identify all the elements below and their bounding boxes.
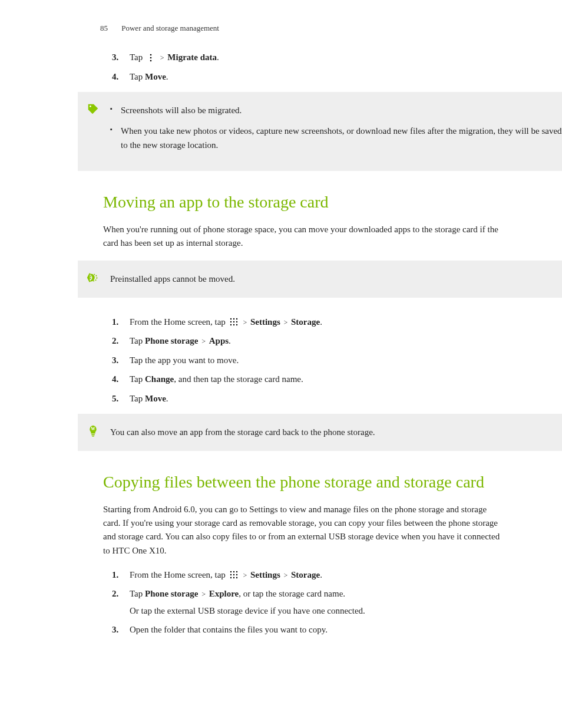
- svg-point-6: [233, 318, 234, 319]
- svg-point-17: [230, 571, 231, 572]
- section1-steps: From the Home screen, tap > Settings > S…: [103, 315, 503, 406]
- s1-step-4: Tap Change, and then tap the storage car…: [103, 373, 503, 386]
- section-name: Power and storage management: [121, 24, 219, 32]
- note-bullet-2: When you take new photos or videos, capt…: [110, 124, 562, 152]
- intro-steps: Tap > Migrate data. Tap Move.: [103, 51, 503, 83]
- svg-point-8: [230, 321, 231, 322]
- note-bullet-1: Screenshots will also be migrated.: [110, 104, 562, 117]
- svg-point-1: [150, 57, 152, 58]
- svg-point-18: [233, 571, 234, 572]
- svg-point-21: [233, 574, 234, 575]
- section-title-1: Moving an app to the storage card: [103, 192, 503, 212]
- svg-point-22: [236, 574, 237, 575]
- apps-grid-icon: [229, 570, 239, 579]
- svg-point-5: [230, 318, 231, 319]
- svg-point-23: [230, 577, 231, 578]
- s1-step-5: Tap Move.: [103, 392, 503, 406]
- svg-point-2: [150, 60, 152, 61]
- section1-intro: When you're running out of phone storage…: [103, 223, 503, 251]
- s2-step-1: From the Home screen, tap > Settings > S…: [103, 568, 503, 582]
- note-box-1: Screenshots will also be migrated. When …: [78, 92, 562, 171]
- svg-rect-15: [92, 436, 94, 437]
- tag-icon: [87, 103, 100, 116]
- svg-point-9: [233, 321, 234, 322]
- warning-icon: [87, 271, 100, 284]
- page: 85 Power and storage management Tap > Mi…: [0, 0, 562, 693]
- apps-grid-icon: [229, 317, 239, 327]
- page-header: 85 Power and storage management: [0, 24, 562, 33]
- svg-point-25: [236, 577, 237, 578]
- tip-box: W You can also move an app from the stor…: [78, 414, 562, 451]
- svg-point-11: [230, 324, 231, 325]
- svg-point-3: [90, 106, 91, 107]
- warning-text: Preinstalled apps cannot be moved.: [110, 272, 562, 286]
- step-4: Tap Move.: [103, 70, 503, 84]
- s2-step-2: Tap Phone storage > Explore, or tap the …: [103, 587, 503, 617]
- svg-point-10: [236, 321, 237, 322]
- s1-step-2: Tap Phone storage > Apps.: [103, 334, 503, 348]
- section-title-2: Copying files between the phone storage …: [103, 472, 503, 492]
- svg-rect-14: [91, 434, 95, 436]
- svg-point-7: [236, 318, 237, 319]
- s1-step-1: From the Home screen, tap > Settings > S…: [103, 315, 503, 329]
- svg-point-20: [230, 574, 231, 575]
- s2-step-3: Open the folder that contains the files …: [103, 623, 503, 637]
- section-moving-app: Moving an app to the storage card When y…: [0, 192, 562, 251]
- page-number: 85: [100, 24, 108, 32]
- svg-point-12: [233, 324, 234, 325]
- section2-steps: From the Home screen, tap > Settings > S…: [103, 568, 503, 637]
- s2-step-2-sub: Or tap the external USB storage device i…: [130, 604, 503, 618]
- s1-step-3: Tap the app you want to move.: [103, 354, 503, 367]
- svg-point-13: [236, 324, 237, 325]
- svg-text:W: W: [91, 426, 95, 431]
- more-icon: [146, 53, 156, 62]
- tip-text: You can also move an app from the storag…: [110, 426, 562, 439]
- warning-box: Preinstalled apps cannot be moved.: [78, 261, 562, 298]
- section1-steps-wrap: From the Home screen, tap > Settings > S…: [0, 315, 562, 406]
- section2-intro: Starting from Android 6.0, you can go to…: [103, 503, 503, 558]
- step-3: Tap > Migrate data.: [103, 51, 503, 64]
- note-bullets: Screenshots will also be migrated. When …: [110, 104, 562, 152]
- svg-point-19: [236, 571, 237, 572]
- section-copying: Copying files between the phone storage …: [0, 472, 562, 637]
- content-area: Tap > Migrate data. Tap Move.: [0, 51, 562, 83]
- svg-point-0: [150, 54, 152, 55]
- lightbulb-icon: W: [87, 424, 100, 437]
- svg-point-24: [233, 577, 234, 578]
